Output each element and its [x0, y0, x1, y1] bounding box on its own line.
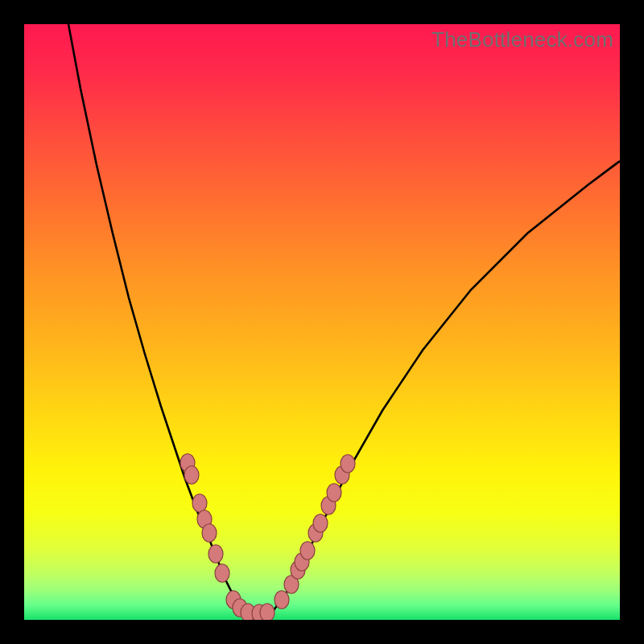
data-marker — [208, 545, 223, 564]
curve-layer — [24, 24, 620, 620]
data-marker — [202, 524, 217, 543]
data-marker — [341, 455, 355, 473]
marker-group — [180, 454, 355, 620]
data-marker — [327, 484, 341, 502]
chart-frame: TheBottleneck.com — [0, 0, 644, 644]
data-marker — [260, 604, 275, 620]
data-marker — [300, 542, 315, 560]
bottleneck-curve — [68, 24, 620, 613]
watermark-text: TheBottleneck.com — [431, 27, 613, 52]
plot-area: TheBottleneck.com — [24, 24, 620, 620]
data-marker — [192, 494, 207, 513]
data-marker — [275, 591, 289, 609]
data-marker — [313, 514, 328, 533]
data-marker — [184, 466, 199, 485]
data-marker — [215, 564, 229, 583]
